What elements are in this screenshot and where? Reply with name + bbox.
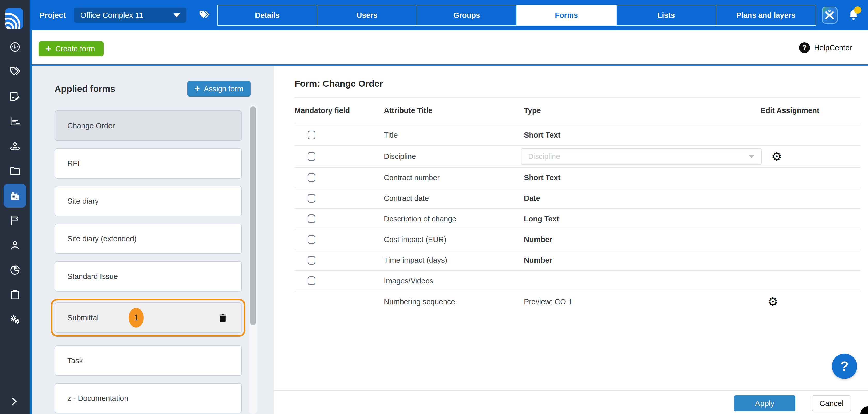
edit-assignment-gear-icon[interactable]: ⚙ — [768, 296, 778, 308]
clipboard-icon[interactable] — [9, 289, 21, 301]
table-row-numbering-sequence: Numbering sequence Preview: CO-1 ⚙ — [294, 291, 860, 312]
mandatory-checkbox[interactable] — [308, 131, 315, 139]
form-detail-title: Form: Change Order — [294, 78, 383, 89]
forms-toolbar: + Create form ? HelpCenter — [30, 30, 868, 66]
edit-assignment-gear-icon[interactable]: ⚙ — [771, 150, 782, 162]
expand-sidebar-chevron-icon[interactable] — [9, 396, 21, 408]
files-icon[interactable] — [9, 165, 21, 177]
cancel-button[interactable]: Cancel — [812, 395, 851, 411]
attributes-table-header: Mandatory field Attribute Title Type Edi… — [294, 98, 860, 124]
form-card-task[interactable]: Task — [55, 345, 242, 376]
applied-forms-list: Change Order RFI Site diary Site diary (… — [55, 110, 242, 414]
delete-form-trash-icon[interactable] — [218, 312, 228, 323]
reports-pie-icon[interactable] — [9, 264, 21, 276]
table-row-contract-number: Contract number Short Text — [294, 168, 860, 188]
tab-groups[interactable]: Groups — [417, 5, 517, 26]
form-card-submittal[interactable]: Submittal 1 — [55, 303, 242, 333]
notifications-bell-icon[interactable] — [847, 8, 860, 23]
mandatory-checkbox[interactable] — [308, 214, 315, 223]
question-icon: ? — [799, 42, 810, 53]
tab-lists[interactable]: Lists — [616, 5, 716, 26]
person-location-icon[interactable] — [9, 140, 21, 152]
forms-list-scrollbar-thumb[interactable] — [250, 106, 256, 325]
mandatory-checkbox[interactable] — [308, 235, 315, 244]
form-card-rfi[interactable]: RFI — [55, 148, 242, 179]
form-detail-footer: Apply Cancel — [274, 390, 868, 414]
create-form-button[interactable]: + Create form — [39, 41, 103, 56]
table-row-images-videos: Images/Videos — [294, 271, 860, 291]
project-selector[interactable]: Office Complex 11 — [74, 8, 186, 23]
form-card-change-order[interactable]: Change Order — [55, 110, 242, 141]
table-row-time-impact: Time impact (days) Number — [294, 250, 860, 271]
column-mandatory-field: Mandatory field — [294, 106, 350, 115]
applied-forms-panel: Applied forms + Assign form Change Order… — [32, 66, 274, 414]
applied-forms-title: Applied forms — [55, 83, 115, 94]
content-frame-top-border — [32, 64, 868, 66]
notification-dot — [854, 6, 861, 14]
mandatory-checkbox[interactable] — [308, 194, 315, 203]
app-logo[interactable] — [5, 8, 23, 29]
settings-gears-icon[interactable] — [9, 314, 21, 325]
project-tags-icon[interactable] — [198, 9, 210, 21]
tab-forms[interactable]: Forms — [517, 5, 617, 26]
chevron-down-icon — [749, 155, 754, 158]
attributes-table: Title Short Text Discipline Discipline ⚙… — [294, 125, 860, 312]
dashboard-icon[interactable] — [9, 41, 21, 53]
submittal-count-badge: 1 — [129, 308, 144, 327]
help-bubble-button[interactable]: ? — [832, 354, 857, 379]
contacts-icon[interactable] — [9, 239, 21, 251]
form-card-z-documentation[interactable]: z - Documentation — [55, 383, 242, 413]
tags-icon[interactable] — [9, 66, 21, 78]
sidebar — [0, 0, 30, 414]
project-selector-value: Office Complex 11 — [80, 11, 144, 20]
plus-icon: + — [45, 44, 51, 54]
table-row-title: Title Short Text — [294, 125, 860, 145]
table-row-contract-date: Contract date Date — [294, 188, 860, 209]
tab-users[interactable]: Users — [317, 5, 417, 26]
mandatory-checkbox[interactable] — [308, 152, 315, 161]
chevron-down-icon — [173, 13, 180, 17]
discipline-select-placeholder: Discipline — [528, 152, 560, 161]
flag-icon[interactable] — [9, 214, 21, 227]
content-frame-left-border — [30, 30, 32, 414]
form-detail-area: Form: Change Order Mandatory field Attri… — [274, 66, 868, 390]
helpcenter-link[interactable]: ? HelpCenter — [799, 42, 852, 53]
mandatory-checkbox[interactable] — [308, 276, 315, 285]
project-tabs: Details Users Groups Forms Lists Plans a… — [217, 5, 816, 26]
form-card-site-diary-extended[interactable]: Site diary (extended) — [55, 223, 242, 254]
form-card-site-diary[interactable]: Site diary — [55, 186, 242, 216]
project-label: Project — [39, 11, 66, 20]
column-type: Type — [524, 106, 541, 115]
topbar: Project Office Complex 11 Details Users … — [30, 0, 868, 30]
column-attribute-title: Attribute Title — [384, 106, 432, 115]
apply-button[interactable]: Apply — [734, 395, 796, 411]
column-edit-assignment: Edit Assignment — [761, 106, 819, 115]
mandatory-checkbox[interactable] — [308, 173, 315, 182]
tab-plans-and-layers[interactable]: Plans and layers — [716, 5, 816, 26]
assign-form-button[interactable]: + Assign form — [187, 81, 251, 97]
discipline-select[interactable]: Discipline — [521, 148, 762, 165]
app-window: Project Office Complex 11 Details Users … — [0, 0, 868, 414]
form-edit-icon[interactable] — [9, 91, 21, 102]
tab-details[interactable]: Details — [217, 5, 317, 26]
table-row-cost-impact: Cost impact (EUR) Number — [294, 230, 860, 250]
apps-launcher-icon[interactable] — [822, 7, 838, 24]
mandatory-checkbox[interactable] — [308, 256, 315, 265]
table-row-description-of-change: Description of change Long Text — [294, 209, 860, 230]
form-card-standard-issue[interactable]: Standard Issue — [55, 261, 242, 292]
plus-icon: + — [194, 84, 200, 94]
stats-icon[interactable] — [9, 115, 21, 127]
projects-building-icon[interactable] — [9, 190, 21, 202]
table-row-discipline: Discipline Discipline ⚙ — [294, 145, 860, 168]
